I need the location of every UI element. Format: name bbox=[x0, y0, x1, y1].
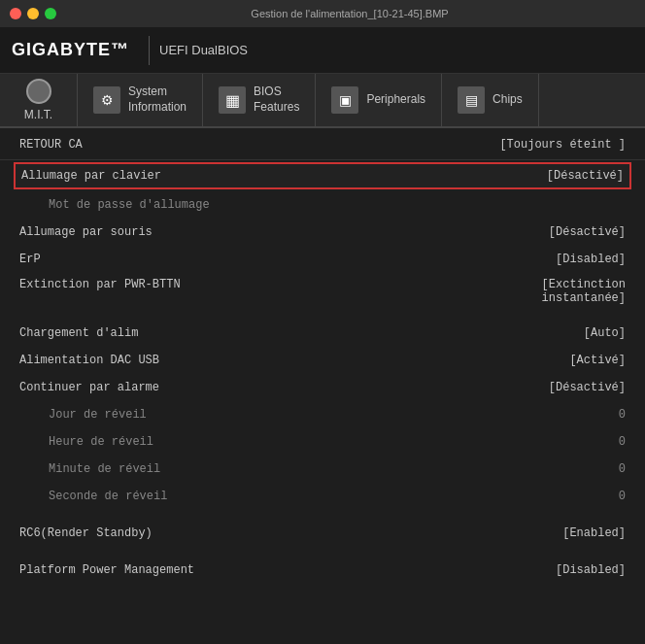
minimize-button[interactable] bbox=[27, 8, 39, 19]
title-bar: Gestion de l'alimentation_[10-21-45].BMP bbox=[0, 0, 645, 27]
minute-reveil-label: Minute de réveil bbox=[49, 462, 470, 476]
platform-power-value: [Disabled] bbox=[470, 563, 626, 577]
rc6-label: RC6(Render Standby) bbox=[19, 526, 470, 540]
continuer-alarme-label: Continuer par alarme bbox=[19, 381, 470, 394]
rc6-value: [Enabled] bbox=[470, 526, 626, 540]
tab-bios-features-label: BIOSFeatures bbox=[254, 85, 299, 115]
tab-mit-label: M.I.T. bbox=[24, 108, 52, 121]
header-bar: GIGABYTE™ UEFI DualBIOS bbox=[0, 27, 645, 74]
continuer-alarme-row[interactable]: Continuer par alarme [Désactivé] bbox=[0, 374, 645, 401]
erp-row[interactable]: ErP [Disabled] bbox=[0, 246, 645, 273]
extinction-pwr-label: Extinction par PWR-BTTN bbox=[19, 278, 470, 291]
allumage-clavier-value: [Désactivé] bbox=[468, 169, 624, 183]
tab-chips[interactable]: ▤ Chips bbox=[442, 74, 539, 126]
tab-peripherals[interactable]: ▣ Peripherals bbox=[316, 74, 442, 126]
spacer-1 bbox=[0, 310, 645, 320]
jour-reveil-row[interactable]: Jour de réveil 0 bbox=[0, 401, 645, 428]
allumage-souris-value: [Désactivé] bbox=[470, 225, 626, 239]
seconde-reveil-label: Seconde de réveil bbox=[49, 490, 470, 503]
alimentation-dac-row[interactable]: Alimentation DAC USB [Activé] bbox=[0, 347, 645, 374]
nav-tabs: M.I.T. ⚙ SystemInformation ▦ BIOSFeature… bbox=[0, 74, 645, 128]
allumage-clavier-row[interactable]: Allumage par clavier [Désactivé] bbox=[14, 162, 631, 189]
chargement-alim-row[interactable]: Chargement d'alim [Auto] bbox=[0, 320, 645, 347]
gigabyte-logo: GIGABYTE™ bbox=[12, 40, 129, 60]
chargement-alim-value: [Auto] bbox=[470, 326, 626, 340]
tab-mit[interactable]: M.I.T. bbox=[0, 74, 78, 126]
tab-system-info[interactable]: ⚙ SystemInformation bbox=[78, 74, 203, 126]
platform-power-row[interactable]: Platform Power Management [Disabled] bbox=[0, 557, 645, 584]
heure-reveil-value: 0 bbox=[470, 435, 626, 449]
minute-reveil-row[interactable]: Minute de réveil 0 bbox=[0, 456, 645, 483]
chargement-alim-label: Chargement d'alim bbox=[19, 326, 470, 340]
alimentation-dac-value: [Activé] bbox=[470, 354, 626, 367]
retour-label: RETOUR CA bbox=[19, 138, 470, 152]
heure-reveil-row[interactable]: Heure de réveil 0 bbox=[0, 428, 645, 456]
tab-system-info-label: SystemInformation bbox=[128, 85, 187, 115]
tab-bios-features[interactable]: ▦ BIOSFeatures bbox=[203, 74, 316, 126]
spacer-2 bbox=[0, 510, 645, 520]
retour-value: [Toujours éteint ] bbox=[470, 138, 626, 152]
peripherals-icon: ▣ bbox=[331, 86, 358, 114]
retour-row: RETOUR CA [Toujours éteint ] bbox=[0, 128, 645, 160]
heure-reveil-label: Heure de réveil bbox=[49, 435, 470, 449]
rc6-row[interactable]: RC6(Render Standby) [Enabled] bbox=[0, 520, 645, 547]
maximize-button[interactable] bbox=[45, 8, 56, 19]
system-info-icon: ⚙ bbox=[93, 86, 120, 114]
seconde-reveil-row[interactable]: Seconde de réveil 0 bbox=[0, 483, 645, 510]
platform-power-label: Platform Power Management bbox=[19, 563, 470, 577]
spacer-3 bbox=[0, 547, 645, 557]
close-button[interactable] bbox=[10, 8, 21, 19]
erp-label: ErP bbox=[19, 253, 470, 266]
continuer-alarme-value: [Désactivé] bbox=[470, 381, 626, 394]
jour-reveil-label: Jour de réveil bbox=[49, 408, 470, 422]
traffic-lights bbox=[10, 8, 56, 19]
tab-peripherals-label: Peripherals bbox=[366, 92, 425, 108]
minute-reveil-value: 0 bbox=[470, 462, 626, 476]
extinction-pwr-row[interactable]: Extinction par PWR-BTTN [Exctinction ins… bbox=[0, 273, 645, 310]
allumage-souris-row[interactable]: Allumage par souris [Désactivé] bbox=[0, 219, 645, 246]
chips-icon: ▤ bbox=[458, 86, 485, 114]
mot-passe-label: Mot de passe d'allumage bbox=[49, 198, 470, 212]
allumage-clavier-label: Allumage par clavier bbox=[21, 169, 468, 183]
allumage-souris-label: Allumage par souris bbox=[19, 225, 470, 239]
header-divider bbox=[149, 36, 150, 65]
window-title: Gestion de l'alimentation_[10-21-45].BMP bbox=[64, 8, 635, 19]
tab-chips-label: Chips bbox=[492, 92, 523, 108]
uefi-label: UEFI DualBIOS bbox=[159, 43, 248, 57]
bios-features-icon: ▦ bbox=[219, 86, 246, 114]
seconde-reveil-value: 0 bbox=[470, 490, 626, 503]
extinction-pwr-value: [Exctinction instantanée] bbox=[470, 278, 626, 305]
jour-reveil-value: 0 bbox=[470, 408, 626, 422]
erp-value: [Disabled] bbox=[470, 253, 626, 266]
mit-icon bbox=[26, 79, 51, 104]
main-content: RETOUR CA [Toujours éteint ] Allumage pa… bbox=[0, 128, 645, 644]
mot-passe-row[interactable]: Mot de passe d'allumage bbox=[0, 191, 645, 219]
alimentation-dac-label: Alimentation DAC USB bbox=[19, 354, 470, 367]
